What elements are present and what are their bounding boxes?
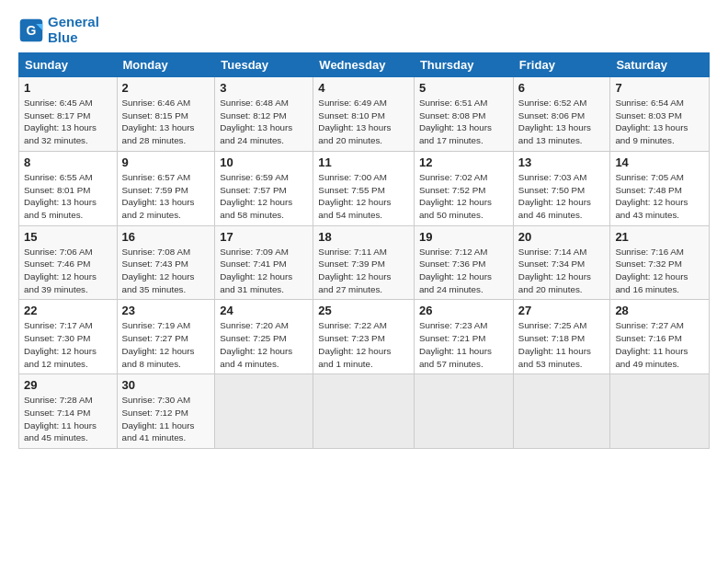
calendar-cell: 25Sunrise: 7:22 AM Sunset: 7:23 PM Dayli… — [313, 300, 415, 374]
day-number: 6 — [518, 81, 606, 95]
calendar-week-row: 8Sunrise: 6:55 AM Sunset: 8:01 PM Daylig… — [19, 151, 710, 225]
day-detail: Sunrise: 7:08 AM Sunset: 7:43 PM Dayligh… — [122, 246, 210, 296]
day-detail: Sunrise: 7:16 AM Sunset: 7:32 PM Dayligh… — [615, 246, 704, 296]
dow-header: Thursday — [414, 53, 513, 77]
calendar-week-row: 1Sunrise: 6:45 AM Sunset: 8:17 PM Daylig… — [19, 77, 710, 152]
page: G General Blue SundayMondayTuesdayWednes… — [0, 0, 728, 563]
day-number: 27 — [518, 304, 606, 317]
day-number: 13 — [518, 155, 606, 169]
day-number: 14 — [615, 155, 704, 169]
day-number: 24 — [220, 304, 308, 317]
calendar-cell: 27Sunrise: 7:25 AM Sunset: 7:18 PM Dayli… — [513, 300, 610, 374]
calendar-cell — [313, 374, 415, 449]
logo-text: General Blue — [48, 15, 99, 45]
logo-icon: G — [18, 17, 44, 43]
day-number: 11 — [318, 155, 409, 169]
day-number: 17 — [220, 230, 308, 244]
day-number: 9 — [122, 155, 210, 169]
dow-header: Tuesday — [215, 53, 313, 77]
calendar-cell: 7Sunrise: 6:54 AM Sunset: 8:03 PM Daylig… — [610, 77, 710, 152]
day-detail: Sunrise: 7:09 AM Sunset: 7:41 PM Dayligh… — [220, 246, 308, 296]
calendar-cell: 14Sunrise: 7:05 AM Sunset: 7:48 PM Dayli… — [610, 151, 710, 225]
day-number: 23 — [122, 304, 210, 317]
calendar-cell: 17Sunrise: 7:09 AM Sunset: 7:41 PM Dayli… — [215, 225, 313, 300]
day-detail: Sunrise: 6:57 AM Sunset: 7:59 PM Dayligh… — [122, 171, 210, 222]
calendar: SundayMondayTuesdayWednesdayThursdayFrid… — [18, 52, 710, 449]
calendar-cell — [513, 374, 610, 449]
day-number: 19 — [419, 230, 508, 244]
day-detail: Sunrise: 6:54 AM Sunset: 8:03 PM Dayligh… — [615, 97, 704, 147]
day-detail: Sunrise: 7:22 AM Sunset: 7:23 PM Dayligh… — [318, 319, 409, 370]
day-number: 12 — [419, 155, 508, 169]
dow-header: Friday — [513, 53, 610, 77]
calendar-week-row: 29Sunrise: 7:28 AM Sunset: 7:14 PM Dayli… — [19, 374, 710, 449]
calendar-cell: 4Sunrise: 6:49 AM Sunset: 8:10 PM Daylig… — [313, 77, 415, 152]
day-detail: Sunrise: 6:55 AM Sunset: 8:01 PM Dayligh… — [24, 171, 112, 222]
calendar-cell: 16Sunrise: 7:08 AM Sunset: 7:43 PM Dayli… — [117, 225, 215, 300]
calendar-cell: 12Sunrise: 7:02 AM Sunset: 7:52 PM Dayli… — [414, 151, 513, 225]
calendar-cell: 24Sunrise: 7:20 AM Sunset: 7:25 PM Dayli… — [215, 300, 313, 374]
days-of-week-row: SundayMondayTuesdayWednesdayThursdayFrid… — [19, 53, 710, 77]
calendar-cell: 15Sunrise: 7:06 AM Sunset: 7:46 PM Dayli… — [19, 225, 118, 300]
calendar-week-row: 15Sunrise: 7:06 AM Sunset: 7:46 PM Dayli… — [19, 225, 710, 300]
calendar-cell: 26Sunrise: 7:23 AM Sunset: 7:21 PM Dayli… — [414, 300, 513, 374]
header: G General Blue — [18, 15, 710, 45]
calendar-cell: 29Sunrise: 7:28 AM Sunset: 7:14 PM Dayli… — [19, 374, 118, 449]
day-detail: Sunrise: 6:59 AM Sunset: 7:57 PM Dayligh… — [220, 171, 308, 222]
calendar-cell: 10Sunrise: 6:59 AM Sunset: 7:57 PM Dayli… — [215, 151, 313, 225]
svg-text:G: G — [27, 23, 37, 38]
day-detail: Sunrise: 7:06 AM Sunset: 7:46 PM Dayligh… — [24, 246, 112, 296]
calendar-body: 1Sunrise: 6:45 AM Sunset: 8:17 PM Daylig… — [19, 77, 710, 449]
calendar-cell: 1Sunrise: 6:45 AM Sunset: 8:17 PM Daylig… — [19, 77, 118, 152]
calendar-cell: 23Sunrise: 7:19 AM Sunset: 7:27 PM Dayli… — [117, 300, 215, 374]
day-detail: Sunrise: 7:03 AM Sunset: 7:50 PM Dayligh… — [518, 171, 606, 222]
day-detail: Sunrise: 6:45 AM Sunset: 8:17 PM Dayligh… — [24, 97, 112, 147]
day-detail: Sunrise: 7:12 AM Sunset: 7:36 PM Dayligh… — [419, 246, 508, 296]
calendar-cell: 13Sunrise: 7:03 AM Sunset: 7:50 PM Dayli… — [513, 151, 610, 225]
calendar-cell: 11Sunrise: 7:00 AM Sunset: 7:55 PM Dayli… — [313, 151, 415, 225]
day-detail: Sunrise: 7:00 AM Sunset: 7:55 PM Dayligh… — [318, 171, 409, 222]
calendar-cell — [215, 374, 313, 449]
day-number: 5 — [419, 81, 508, 95]
calendar-cell: 5Sunrise: 6:51 AM Sunset: 8:08 PM Daylig… — [414, 77, 513, 152]
dow-header: Saturday — [610, 53, 710, 77]
day-detail: Sunrise: 7:17 AM Sunset: 7:30 PM Dayligh… — [24, 319, 112, 370]
day-number: 10 — [220, 155, 308, 169]
day-detail: Sunrise: 7:20 AM Sunset: 7:25 PM Dayligh… — [220, 319, 308, 370]
day-detail: Sunrise: 7:11 AM Sunset: 7:39 PM Dayligh… — [318, 246, 409, 296]
calendar-cell: 28Sunrise: 7:27 AM Sunset: 7:16 PM Dayli… — [610, 300, 710, 374]
day-detail: Sunrise: 7:05 AM Sunset: 7:48 PM Dayligh… — [615, 171, 704, 222]
day-detail: Sunrise: 7:14 AM Sunset: 7:34 PM Dayligh… — [518, 246, 606, 296]
calendar-cell: 22Sunrise: 7:17 AM Sunset: 7:30 PM Dayli… — [19, 300, 118, 374]
calendar-cell: 3Sunrise: 6:48 AM Sunset: 8:12 PM Daylig… — [215, 77, 313, 152]
day-number: 2 — [122, 81, 210, 95]
calendar-cell: 21Sunrise: 7:16 AM Sunset: 7:32 PM Dayli… — [610, 225, 710, 300]
day-detail: Sunrise: 7:23 AM Sunset: 7:21 PM Dayligh… — [419, 319, 508, 370]
dow-header: Wednesday — [313, 53, 415, 77]
day-number: 20 — [518, 230, 606, 244]
calendar-cell: 6Sunrise: 6:52 AM Sunset: 8:06 PM Daylig… — [513, 77, 610, 152]
day-number: 8 — [24, 155, 112, 169]
dow-header: Sunday — [19, 53, 118, 77]
calendar-cell: 19Sunrise: 7:12 AM Sunset: 7:36 PM Dayli… — [414, 225, 513, 300]
day-number: 1 — [24, 81, 112, 95]
day-number: 4 — [318, 81, 409, 95]
day-number: 25 — [318, 304, 409, 317]
calendar-cell: 18Sunrise: 7:11 AM Sunset: 7:39 PM Dayli… — [313, 225, 415, 300]
day-number: 22 — [24, 304, 112, 317]
day-detail: Sunrise: 7:27 AM Sunset: 7:16 PM Dayligh… — [615, 319, 704, 370]
day-number: 30 — [122, 378, 210, 392]
calendar-cell: 30Sunrise: 7:30 AM Sunset: 7:12 PM Dayli… — [117, 374, 215, 449]
day-detail: Sunrise: 7:02 AM Sunset: 7:52 PM Dayligh… — [419, 171, 508, 222]
day-number: 28 — [615, 304, 704, 317]
calendar-week-row: 22Sunrise: 7:17 AM Sunset: 7:30 PM Dayli… — [19, 300, 710, 374]
day-detail: Sunrise: 6:49 AM Sunset: 8:10 PM Dayligh… — [318, 97, 409, 147]
day-detail: Sunrise: 7:30 AM Sunset: 7:12 PM Dayligh… — [122, 394, 210, 444]
day-detail: Sunrise: 6:48 AM Sunset: 8:12 PM Dayligh… — [220, 97, 308, 147]
day-detail: Sunrise: 7:28 AM Sunset: 7:14 PM Dayligh… — [24, 394, 112, 444]
dow-header: Monday — [117, 53, 215, 77]
day-number: 3 — [220, 81, 308, 95]
logo: G General Blue — [18, 15, 99, 45]
day-number: 7 — [615, 81, 704, 95]
day-number: 29 — [24, 378, 112, 392]
